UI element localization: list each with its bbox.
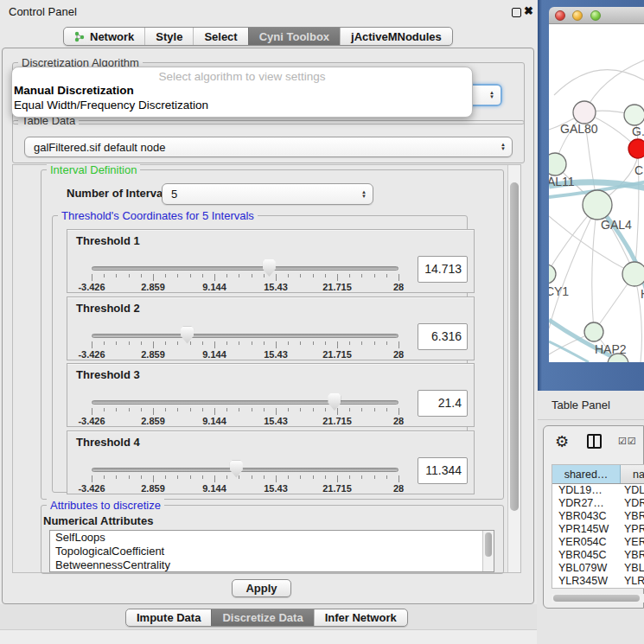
threshold-slider[interactable]: -3.4262.8599.14415.4321.71528 [92,263,399,292]
tick-mark [300,274,301,277]
table-row[interactable]: YPR145WYPR1 [552,523,644,536]
cell-name[interactable]: YBR0 [621,549,644,562]
table-row[interactable]: YDL19…YDL1 [552,484,644,497]
cell-shared-name[interactable]: YPR145W [552,523,621,536]
table-row[interactable]: YLR345WYLR3 [552,575,644,588]
cell-name[interactable]: YIL0 [621,588,644,589]
network-window-titlebar[interactable] [549,7,644,24]
tick-label: 9.144 [202,483,226,494]
cell-shared-name[interactable]: YIL052C [552,588,621,589]
tick-mark [399,408,399,415]
network-node[interactable] [549,153,566,175]
tick-mark [165,341,166,345]
table-data-combobox[interactable]: galFiltered.sif default node ▲▼ [24,137,513,157]
float-window-icon[interactable] [512,8,521,17]
cell-name[interactable]: YLR3 [621,575,644,588]
network-node[interactable] [628,139,644,158]
tick-mark [177,408,178,411]
threshold-value-field[interactable]: 21.4 [418,390,468,417]
cell-shared-name[interactable]: YDL19… [552,484,621,497]
table-row[interactable]: YBL079WYBL0 [552,562,644,575]
minimize-light-yellow[interactable] [572,10,583,21]
cell-shared-name[interactable]: YBR043C [552,510,621,523]
menu-item-equal-width-frequency[interactable]: Equal Width/Frequency Discretization [12,98,472,112]
table-row[interactable]: YER054CYER0 [552,536,644,549]
interval-definition-group-title: Interval Definition [47,163,140,176]
menu-item-manual-discretization[interactable]: Manual Discretization [12,83,472,98]
network-node[interactable] [624,105,644,125]
slider-track[interactable] [92,266,399,271]
tab-network[interactable]: Network [64,28,144,45]
threshold-slider[interactable]: -3.4262.8599.14415.4321.71528 [92,397,399,426]
cell-shared-name[interactable]: YDR27… [552,497,621,510]
network-node-label: G. [632,124,644,138]
cell-name[interactable]: YBR0 [621,510,644,523]
network-canvas[interactable]: GAL80G.CGAL11GAL4GCY1HHAP2 [549,24,644,362]
network-node[interactable] [549,265,556,284]
tab-label: Cyni Toolbox [259,30,329,43]
threshold-slider[interactable]: -3.4262.8599.14415.4321.71528 [92,464,399,494]
close-light-red[interactable] [555,10,565,21]
column-layout-icon[interactable] [587,434,602,449]
cell-name[interactable]: YDR2 [621,497,644,510]
threshold-value-field[interactable]: 11.344 [418,457,468,484]
tick-mark [153,341,154,348]
tick-mark [386,274,387,277]
tick-label: 21.715 [322,483,352,494]
cell-shared-name[interactable]: YBL079W [552,562,621,575]
cell-shared-name[interactable]: YBR045C [552,549,621,562]
threshold-label: Threshold 1 [76,234,140,247]
table-row[interactable]: YBR045CYBR0 [552,549,644,562]
network-graph[interactable]: GAL80G.CGAL11GAL4GCY1HHAP2 [549,24,644,362]
column-header-shared-name[interactable]: shared… [552,465,621,483]
mode-tab-impute-data[interactable]: Impute Data [126,609,211,626]
number-of-intervals-combobox[interactable]: 5 ▲▼ [162,183,373,205]
tick-mark [337,475,338,482]
cell-name[interactable]: YER0 [621,536,644,549]
attribute-item[interactable]: TopologicalCoefficient [50,545,494,558]
threshold-slider[interactable]: -3.4262.8599.14415.4321.71528 [92,330,399,360]
tick-mark [129,408,130,411]
cell-name[interactable]: YDL1 [621,484,644,497]
network-node[interactable] [622,262,644,286]
network-node[interactable] [573,101,596,124]
slider-track[interactable] [92,400,399,405]
tick-mark [92,408,92,415]
table-row[interactable]: YIL052CYIL0 [552,588,644,589]
close-icon[interactable]: ✖ [524,4,533,17]
tick-mark [313,274,314,277]
table-row[interactable]: YDR27…YDR2 [552,497,644,510]
tab-cyni-toolbox[interactable]: Cyni Toolbox [248,28,340,45]
zoom-light-green[interactable] [590,10,601,21]
slider-track[interactable] [92,334,399,338]
slider-track[interactable] [92,468,399,472]
tick-mark [252,274,252,277]
main-scrollbar[interactable] [507,165,520,572]
threshold-value-field[interactable]: 6.316 [418,323,468,350]
attribute-item[interactable]: BetweennessCentrality [50,558,494,572]
network-node[interactable] [584,322,603,341]
gear-icon[interactable]: ⚙ [555,432,569,451]
attribute-item[interactable]: SelfLoops [50,531,494,545]
apply-button[interactable]: Apply [232,579,291,597]
column-header-name[interactable]: na [621,465,644,483]
tick-label: 9.144 [202,349,226,360]
tick-mark [202,274,203,277]
tab-select[interactable]: Select [193,28,247,45]
tab-style[interactable]: Style [144,28,193,45]
threshold-value-field[interactable]: 14.713 [418,256,468,283]
cell-name[interactable]: YPR1 [621,523,644,536]
cell-name[interactable]: YBL0 [621,562,644,575]
cell-shared-name[interactable]: YLR345W [552,575,621,588]
cell-shared-name[interactable]: YER054C [552,536,621,549]
table-panel-titlebar: Table Panel [538,391,644,420]
table-row[interactable]: YBR043CYBR0 [552,510,644,523]
mode-tab-infer-network[interactable]: Infer Network [314,609,407,626]
table-horizontal-scrollbar[interactable] [552,594,644,603]
mode-tab-discretize-data[interactable]: Discretize Data [211,609,313,626]
tab-jactivemnodules[interactable]: jActiveMNodules [340,28,452,45]
numerical-attributes-list[interactable]: SelfLoopsTopologicalCoefficientBetweenne… [49,530,494,572]
network-node[interactable] [583,190,612,220]
checkbox-icons[interactable]: ☑☑ [618,436,637,447]
attributes-scrollbar[interactable] [482,531,494,571]
